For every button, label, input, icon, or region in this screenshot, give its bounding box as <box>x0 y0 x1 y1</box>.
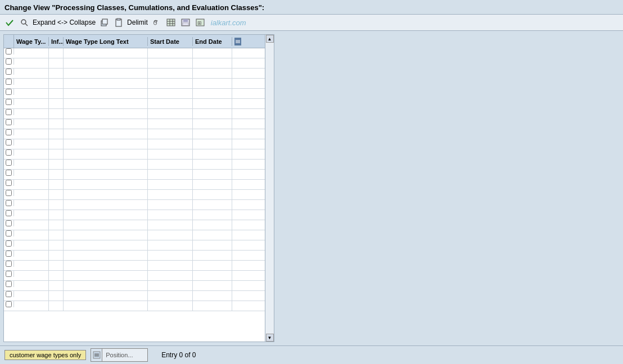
row-checkbox-15[interactable] <box>6 200 12 206</box>
row-checkbox-3[interactable] <box>6 79 12 85</box>
row-select-15[interactable] <box>4 200 14 206</box>
table-row[interactable] <box>4 210 274 220</box>
row-select-20[interactable] <box>4 251 14 257</box>
row-select-0[interactable] <box>4 48 14 54</box>
row-select-7[interactable] <box>4 119 14 125</box>
position-icon[interactable] <box>91 349 102 361</box>
delimit-button[interactable]: Delimit <box>127 19 148 26</box>
row-select-2[interactable] <box>4 69 14 75</box>
table-row[interactable] <box>4 190 274 200</box>
scroll-down-button[interactable]: ▼ <box>266 334 274 342</box>
row-select-22[interactable] <box>4 271 14 277</box>
row-checkbox-4[interactable] <box>6 89 12 95</box>
row-select-11[interactable] <box>4 160 14 166</box>
table-row[interactable] <box>4 139 274 149</box>
table-icon[interactable] <box>165 16 177 29</box>
table-row[interactable] <box>4 220 274 230</box>
row-checkbox-24[interactable] <box>6 291 12 297</box>
table-row[interactable] <box>4 119 274 129</box>
row-select-16[interactable] <box>4 210 14 216</box>
row-select-12[interactable] <box>4 170 14 176</box>
row-select-10[interactable] <box>4 149 14 156</box>
row-checkbox-14[interactable] <box>6 190 12 196</box>
row-select-3[interactable] <box>4 79 14 85</box>
row-select-18[interactable] <box>4 230 14 236</box>
vertical-scrollbar[interactable]: ▲ ▼ <box>265 35 274 342</box>
table-row[interactable] <box>4 79 274 89</box>
row-checkbox-7[interactable] <box>6 119 12 125</box>
row-checkbox-20[interactable] <box>6 251 12 257</box>
cell-wage-type-21 <box>14 261 49 270</box>
row-checkbox-12[interactable] <box>6 170 12 176</box>
save-icon[interactable] <box>179 16 192 29</box>
row-checkbox-18[interactable] <box>6 230 12 236</box>
row-select-19[interactable] <box>4 240 14 247</box>
row-checkbox-17[interactable] <box>6 220 12 226</box>
table-row[interactable] <box>4 291 274 301</box>
customer-wage-types-button[interactable]: customer wage types only <box>4 350 86 360</box>
row-select-25[interactable] <box>4 301 14 307</box>
row-checkbox-11[interactable] <box>6 160 12 166</box>
row-select-17[interactable] <box>4 220 14 226</box>
table-row[interactable] <box>4 48 274 58</box>
table-row[interactable] <box>4 271 274 281</box>
table-row[interactable] <box>4 251 274 261</box>
row-checkbox-9[interactable] <box>6 139 12 145</box>
table-row[interactable] <box>4 58 274 69</box>
row-select-1[interactable] <box>4 58 14 65</box>
cell-end-date-12 <box>193 170 232 179</box>
table-row[interactable] <box>4 109 274 119</box>
copy-icon[interactable] <box>98 16 110 29</box>
row-select-24[interactable] <box>4 291 14 297</box>
table-row[interactable] <box>4 170 274 180</box>
row-checkbox-21[interactable] <box>6 261 12 267</box>
row-checkbox-19[interactable] <box>6 240 12 247</box>
row-checkbox-23[interactable] <box>6 281 12 287</box>
row-checkbox-5[interactable] <box>6 99 12 105</box>
row-checkbox-13[interactable] <box>6 180 12 186</box>
table-row[interactable] <box>4 301 274 311</box>
scroll-track[interactable] <box>266 43 274 334</box>
row-checkbox-25[interactable] <box>6 301 12 307</box>
position-field[interactable]: Position... <box>102 351 147 360</box>
scroll-up-button[interactable]: ▲ <box>266 35 274 43</box>
row-checkbox-0[interactable] <box>6 48 12 54</box>
row-select-8[interactable] <box>4 129 14 135</box>
expand-collapse-button[interactable]: Expand <-> Collapse <box>33 19 96 26</box>
paste-icon[interactable] <box>112 16 125 29</box>
table-row[interactable] <box>4 240 274 251</box>
table-row[interactable] <box>4 160 274 170</box>
table-row[interactable] <box>4 89 274 99</box>
table-row[interactable] <box>4 281 274 291</box>
row-checkbox-6[interactable] <box>6 109 12 115</box>
table-row[interactable] <box>4 180 274 190</box>
row-select-14[interactable] <box>4 190 14 196</box>
row-checkbox-16[interactable] <box>6 210 12 216</box>
row-select-6[interactable] <box>4 109 14 115</box>
row-checkbox-22[interactable] <box>6 271 12 277</box>
row-select-23[interactable] <box>4 281 14 287</box>
row-checkbox-8[interactable] <box>6 129 12 135</box>
table-row[interactable] <box>4 149 274 160</box>
row-select-4[interactable] <box>4 89 14 95</box>
row-checkbox-1[interactable] <box>6 58 12 65</box>
col-settings-icon[interactable] <box>232 37 243 47</box>
row-select-9[interactable] <box>4 139 14 145</box>
table-row[interactable] <box>4 200 274 210</box>
export-icon[interactable]: ⊞ <box>194 16 206 29</box>
table-row[interactable] <box>4 129 274 139</box>
row-checkbox-10[interactable] <box>6 149 12 156</box>
table-row[interactable] <box>4 99 274 109</box>
row-checkbox-2[interactable] <box>6 69 12 75</box>
check-icon[interactable] <box>3 16 16 29</box>
table-row[interactable] <box>4 230 274 240</box>
row-select-5[interactable] <box>4 99 14 105</box>
row-select-21[interactable] <box>4 261 14 267</box>
find-icon[interactable] <box>18 16 30 29</box>
table-header: Wage Ty... Inf... Wage Type Long Text St… <box>4 35 274 48</box>
row-select-13[interactable] <box>4 180 14 186</box>
table-row[interactable] <box>4 261 274 271</box>
settings-icon[interactable] <box>234 38 241 46</box>
undo-icon[interactable]: ↺ <box>150 16 162 29</box>
table-row[interactable] <box>4 69 274 79</box>
